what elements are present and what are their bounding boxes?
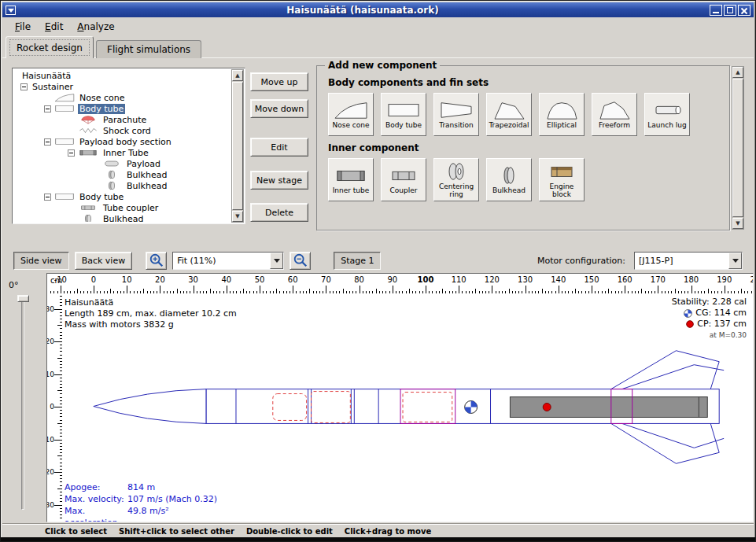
dropdown-arrow-icon[interactable] xyxy=(728,253,742,269)
ruler-label: 70 xyxy=(321,275,331,284)
titlebar[interactable]: Haisunäätä (haisunaata.ork) xyxy=(2,2,754,17)
menu-file[interactable]: File xyxy=(8,19,38,35)
tree-item-shock-cord[interactable]: Shock cord xyxy=(14,125,230,136)
add-launch-lug-button[interactable]: Launch lug xyxy=(644,93,690,136)
add-engine-block-button[interactable]: Engine block xyxy=(539,158,585,201)
ruler-tick xyxy=(60,328,62,329)
ruler-tick xyxy=(117,291,118,293)
add-component-group: Add new component Body components and fi… xyxy=(316,65,730,230)
ruler-tick xyxy=(496,291,496,293)
window-menu-icon[interactable] xyxy=(6,6,16,15)
ruler-tick xyxy=(399,291,400,293)
ruler-tick xyxy=(240,291,241,293)
tree-expander-icon[interactable] xyxy=(68,149,75,157)
ruler-tick xyxy=(60,430,62,430)
add-freeform-button[interactable]: Freeform xyxy=(592,93,637,136)
rocket-info-line: Length 189 cm, max. diameter 10.2 cm xyxy=(65,308,237,319)
move-down-button[interactable]: Move down xyxy=(250,99,308,118)
scroll-down-arrow-icon[interactable]: ▼ xyxy=(232,211,243,222)
tree-item-body-tube[interactable]: Body tube xyxy=(14,191,230,202)
side-view-button[interactable]: Side view xyxy=(13,252,69,270)
scroll-down-arrow-icon[interactable]: ▼ xyxy=(732,218,743,229)
ruler-tick xyxy=(124,291,124,293)
new-stage-button[interactable]: New stage xyxy=(250,171,308,190)
tree-item-inner-tube[interactable]: Inner Tube xyxy=(14,147,230,158)
delete-button[interactable]: Delete xyxy=(250,203,308,222)
tree-item-label: Body tube xyxy=(78,192,125,202)
tree-item-bulkhead[interactable]: Bulkhead xyxy=(14,180,230,191)
close-button[interactable] xyxy=(738,5,750,16)
zoom-in-button[interactable] xyxy=(146,252,167,270)
scrollbar-thumb[interactable] xyxy=(732,79,743,217)
scrollbar-thumb[interactable] xyxy=(232,82,243,210)
ruler-tick xyxy=(618,291,619,293)
ruler-tick xyxy=(605,291,606,293)
dropdown-arrow-icon[interactable] xyxy=(270,253,283,269)
tree-expander-icon[interactable] xyxy=(20,83,28,90)
zoom-out-button[interactable] xyxy=(289,252,311,270)
magnifier-minus-icon xyxy=(293,253,308,268)
tree-item-payload-body-section[interactable]: Payload body section xyxy=(14,136,230,147)
tab-rocket-design[interactable]: Rocket design xyxy=(6,36,94,58)
menu-analyze[interactable]: Analyze xyxy=(70,19,121,35)
tree-item-bulkhead[interactable]: Bulkhead xyxy=(14,213,230,222)
add-transition-button[interactable]: Transition xyxy=(433,93,479,136)
addcomp-scrollbar[interactable]: ▲ ▼ xyxy=(732,66,744,230)
add-coupler-button[interactable]: Coupler xyxy=(381,158,426,201)
ruler-tick xyxy=(343,289,344,293)
ruler-tick xyxy=(751,291,752,293)
menu-edit[interactable]: Edit xyxy=(38,19,70,35)
add-trapezoidal-button[interactable]: Trapezoidal xyxy=(486,93,532,136)
motor-configuration-select[interactable]: [J115-P] xyxy=(634,252,743,270)
scroll-up-arrow-icon[interactable]: ▲ xyxy=(232,70,243,81)
component-button-label: Engine block xyxy=(540,183,584,199)
add-elliptical-button[interactable]: Elliptical xyxy=(539,93,585,136)
add-centering-ring-button[interactable]: Centering ring xyxy=(433,158,479,201)
ruler-tick xyxy=(60,355,62,356)
ruler-tick xyxy=(449,291,450,293)
tree-item-payload[interactable]: Payload xyxy=(14,158,230,169)
freeform-icon xyxy=(597,100,632,120)
maximize-button[interactable] xyxy=(724,5,736,16)
move-up-button[interactable]: Move up xyxy=(250,72,308,91)
tree-item-parachute[interactable]: Parachute xyxy=(14,114,230,125)
magnifier-plus-icon xyxy=(149,253,164,268)
ruler-label: -20 xyxy=(46,337,54,345)
tree-expander-icon[interactable] xyxy=(44,138,51,146)
back-view-button[interactable]: Back view xyxy=(75,252,133,270)
tree-item-sustainer[interactable]: Sustainer xyxy=(14,81,230,92)
tab-flight-simulations[interactable]: Flight simulations xyxy=(96,40,201,58)
add-body-tube-button[interactable]: Body tube xyxy=(381,93,426,136)
rotation-slider-handle[interactable] xyxy=(17,295,29,302)
ruler-tick xyxy=(60,518,62,518)
scroll-up-arrow-icon[interactable]: ▲ xyxy=(732,67,743,78)
ruler-tick xyxy=(459,286,459,293)
ruler-tick xyxy=(60,384,62,385)
edit-button[interactable]: Edit xyxy=(250,138,308,157)
tree-item-body-tube[interactable]: Body tube xyxy=(14,103,230,114)
tree-item-tube-coupler[interactable]: Tube coupler xyxy=(14,202,230,213)
tree-expander-icon[interactable] xyxy=(44,105,51,112)
tree-item-haisun-t[interactable]: Haisunäätä xyxy=(14,70,230,81)
ruler-tick xyxy=(227,286,227,293)
tree-item-bulkhead[interactable]: Bulkhead xyxy=(14,169,230,180)
status-hint: Shift+click to select other xyxy=(119,527,234,536)
add-inner-tube-button[interactable]: Inner tube xyxy=(328,158,374,201)
stage-1-toggle[interactable]: Stage 1 xyxy=(334,252,381,270)
ruler-tick xyxy=(515,291,516,293)
add-bulkhead-button[interactable]: Bulkhead xyxy=(486,158,532,201)
ruler-tick xyxy=(57,325,62,326)
component-button-label: Nose cone xyxy=(332,122,369,130)
add-nose-cone-button[interactable]: Nose cone xyxy=(328,93,374,136)
rocket-info: HaisunäätäLength 189 cm, max. diameter 1… xyxy=(65,297,237,330)
ruler-tick xyxy=(578,291,579,293)
ruler-tick xyxy=(615,291,616,293)
zoom-level-select[interactable]: Fit (11%) xyxy=(172,252,284,270)
motor-body[interactable] xyxy=(510,397,707,418)
tree-item-nose-cone[interactable]: Nose cone xyxy=(14,92,230,103)
tree-scrollbar[interactable]: ▲ ▼ xyxy=(231,69,244,223)
minimize-button[interactable] xyxy=(710,5,722,16)
tree-expander-icon[interactable] xyxy=(44,194,51,201)
motor-configuration-value: [J115-P] xyxy=(635,256,728,266)
ruler-tick xyxy=(336,291,337,293)
